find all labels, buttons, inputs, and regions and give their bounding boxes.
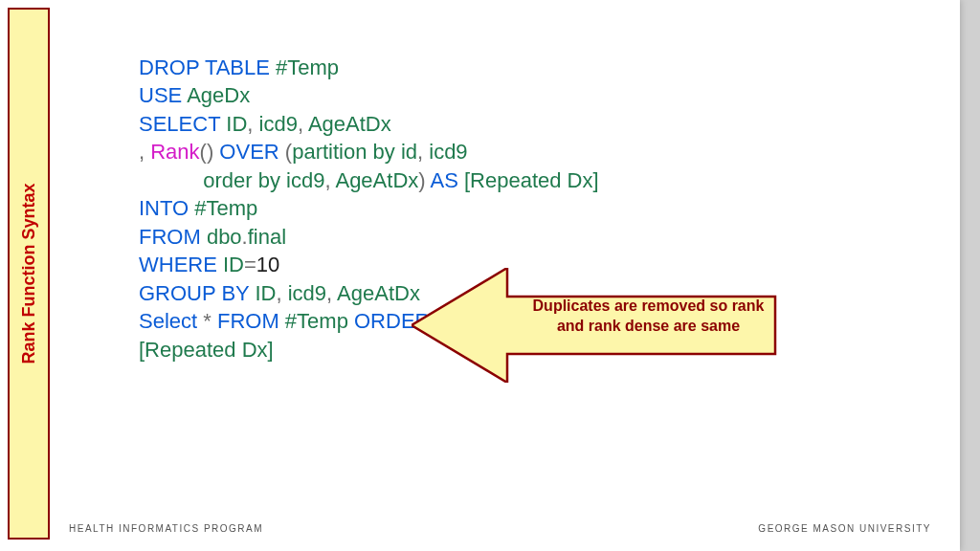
number: 10 (256, 253, 279, 276)
callout-line: and rank dense are same (557, 318, 740, 334)
identifier: icd9 (288, 281, 326, 305)
identifier: AgeAtDx (308, 112, 391, 136)
sidebar-box: Rank Function Syntax (8, 8, 50, 540)
identifier: #Temp (194, 196, 257, 220)
keyword: WHERE (139, 253, 223, 276)
identifier: [Repeated Dx] (464, 168, 599, 192)
keyword: FROM (139, 225, 207, 249)
punct: , (324, 168, 335, 192)
identifier: AgeAtDx (335, 168, 418, 192)
keyword: FROM (212, 309, 285, 333)
identifier: [Repeated Dx] (139, 338, 274, 362)
punct: , (139, 140, 150, 164)
keyword: OVER (213, 140, 285, 164)
punct: * (203, 309, 212, 333)
identifier: #Temp (285, 309, 348, 333)
keyword: AS (426, 168, 464, 192)
code-line: , Rank() OVER (partition by id, icd9 (139, 138, 904, 165)
code-line: order by icd9, AgeAtDx) AS [Repeated Dx] (139, 166, 904, 194)
identifier: dbo (207, 225, 242, 249)
keyword: DROP TABLE (139, 55, 276, 79)
code-line: DROP TABLE #Temp (139, 54, 904, 81)
identifier: ID (223, 253, 244, 276)
keyword: SELECT (139, 112, 226, 136)
footer-left: HEALTH INFORMATICS PROGRAM (69, 523, 263, 534)
slide-canvas: Rank Function Syntax DROP TABLE #Temp US… (0, 0, 960, 551)
function-name: Rank (150, 140, 199, 164)
code-line: USE AgeDx (139, 81, 904, 109)
identifier: AgeAtDx (337, 281, 420, 305)
punct: , (326, 281, 337, 305)
keyword: Select (139, 309, 203, 333)
punct: , (276, 281, 287, 305)
identifier: final (248, 225, 286, 249)
identifier: icd9 (259, 112, 298, 136)
keyword: INTO (139, 196, 194, 220)
punct: () (200, 140, 214, 164)
identifier: id (401, 140, 417, 164)
callout-arrow: Duplicates are removed so rank and rank … (412, 268, 794, 383)
identifier: ID (255, 281, 276, 305)
callout-text: Duplicates are removed so rank and rank … (526, 297, 770, 337)
keyword: GROUP BY (139, 281, 255, 305)
punct: = (244, 253, 256, 276)
identifier: partition by (292, 140, 401, 164)
identifier: ID (226, 112, 247, 136)
code-line: INTO #Temp (139, 194, 904, 222)
keyword: USE (139, 83, 187, 107)
identifier: order by (203, 168, 286, 192)
punct: ) (418, 168, 425, 192)
identifier: icd9 (286, 168, 324, 192)
callout-line: Duplicates are removed so rank (533, 298, 765, 314)
identifier: icd9 (429, 140, 467, 164)
sidebar-title: Rank Function Syntax (19, 183, 39, 364)
punct: , (298, 112, 308, 136)
identifier: AgeDx (187, 83, 250, 107)
indent (139, 168, 203, 192)
identifier: #Temp (276, 55, 339, 79)
punct: , (417, 140, 429, 164)
footer-right: GEORGE MASON UNIVERSITY (758, 523, 931, 534)
code-line: SELECT ID, icd9, AgeAtDx (139, 110, 904, 138)
code-line: FROM dbo.final (139, 223, 904, 251)
punct: , (247, 112, 258, 136)
